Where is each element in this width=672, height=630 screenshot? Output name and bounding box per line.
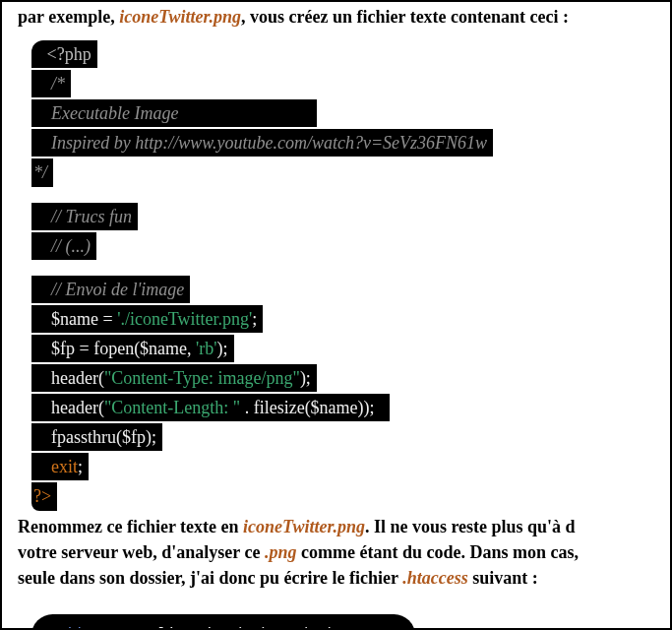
code-line: header("Content-Type: image/png"); (31, 364, 317, 392)
php-code-block: <?php /* Executable Image Inspired by ht… (31, 39, 660, 511)
code-line: /* (31, 70, 71, 97)
code-line: $name = './iconeTwitter.png'; (31, 305, 263, 333)
intro-post: , vous créez un fichier texte contenant … (241, 7, 569, 27)
intro-filename: iconeTwitter.png (119, 7, 241, 27)
code-line: // Trucs fun (31, 203, 138, 230)
htaccess-filename: .htaccess (402, 568, 468, 588)
code-line: fpassthru($fp); (31, 423, 162, 451)
code-line: <?php (31, 40, 97, 68)
rename-filename: iconeTwitter.png (243, 517, 365, 536)
code-line: ?> (31, 482, 57, 510)
code-line: // (...) (31, 232, 96, 260)
rename-paragraph: Renommez ce fichier texte en iconeTwitte… (18, 514, 660, 591)
code-line: Inspired by http://www.youtube.com/watch… (31, 129, 493, 157)
htaccess-code-block: AddType application/x-httpd-php .png (31, 614, 415, 630)
code-line: exit; (31, 453, 89, 480)
code-line: // Envoi de l'image (31, 276, 190, 303)
code-line: $fp = fopen($name, 'rb'); (31, 335, 234, 362)
intro-pre: par exemple, (18, 7, 119, 27)
png-extension: .png (265, 542, 297, 562)
code-line: Executable Image (31, 99, 317, 127)
code-line: AddType application/x-httpd-php .png (53, 624, 394, 630)
code-line: header("Content-Length: " . filesize($na… (31, 394, 390, 421)
intro-paragraph: par exemple, iconeTwitter.png, vous crée… (18, 4, 660, 30)
code-line: */ (31, 158, 53, 186)
